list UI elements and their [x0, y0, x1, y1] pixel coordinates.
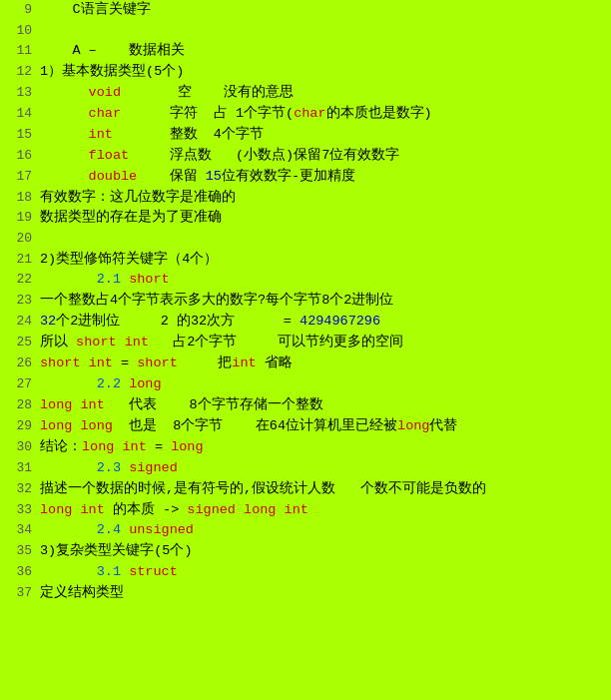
code-line: 22 2.1 short: [0, 270, 611, 291]
code-line: 9 C语言关键字: [0, 0, 611, 21]
line-number: 29: [4, 416, 32, 436]
line-number: 36: [4, 562, 32, 582]
line-number: 12: [4, 62, 32, 82]
line-content: long long 也是 8个字节 在64位计算机里已经被long代替: [40, 416, 607, 437]
line-number: 31: [4, 458, 32, 478]
code-line: 23一个整数占4个字节表示多大的数字?每个字节8个2进制位: [0, 291, 611, 312]
line-number: 11: [4, 41, 32, 61]
code-line: 13 void 空 没有的意思: [0, 83, 611, 104]
code-line: 32描述一个数据的时候,是有符号的,假设统计人数 个数不可能是负数的: [0, 479, 611, 500]
line-content: 有效数字：这几位数字是准确的: [40, 188, 607, 209]
code-line: 11 A – 数据相关: [0, 41, 611, 62]
line-number: 21: [4, 250, 32, 270]
code-line: 18有效数字：这几位数字是准确的: [0, 188, 611, 209]
line-number: 28: [4, 395, 32, 415]
code-line: 2432个2进制位 2 的32次方 = 4294967296: [0, 312, 611, 333]
line-content: 定义结构类型: [40, 583, 607, 604]
code-line: 25所以 short int 占2个字节 可以节约更多的空间: [0, 333, 611, 353]
line-content: 所以 short int 占2个字节 可以节约更多的空间: [40, 333, 607, 353]
code-line: 121）基本数据类型(5个): [0, 62, 611, 83]
line-content: void 空 没有的意思: [40, 83, 607, 104]
line-number: 27: [4, 374, 32, 394]
line-content: 1）基本数据类型(5个): [40, 62, 607, 83]
line-content: int 整数 4个字节: [40, 125, 607, 146]
code-line: 33long int 的本质 -> signed long int: [0, 500, 611, 521]
line-content: long int 代表 8个字节存储一个整数: [40, 395, 607, 416]
code-line: 34 2.4 unsigned: [0, 520, 611, 541]
line-number: 30: [4, 437, 32, 457]
line-content: double 保留 15位有效数字-更加精度: [40, 167, 607, 188]
line-number: 20: [4, 229, 32, 249]
line-content: C语言关键字: [40, 0, 607, 21]
line-number: 18: [4, 188, 32, 208]
line-content: 数据类型的存在是为了更准确: [40, 208, 607, 229]
code-line: 26short int = short 把int 省略: [0, 353, 611, 374]
line-content: float 浮点数 (小数点)保留7位有效数字: [40, 146, 607, 167]
code-line: 36 3.1 struct: [0, 562, 611, 583]
line-content: 32个2进制位 2 的32次方 = 4294967296: [40, 312, 607, 333]
code-line: 28long int 代表 8个字节存储一个整数: [0, 395, 611, 416]
code-line: 14 char 字符 占 1个字节(char的本质也是数字): [0, 104, 611, 125]
code-line: 27 2.2 long: [0, 374, 611, 395]
code-line: 20: [0, 229, 611, 249]
code-line: 19数据类型的存在是为了更准确: [0, 208, 611, 229]
line-content: A – 数据相关: [40, 41, 607, 62]
code-line: 37定义结构类型: [0, 583, 611, 604]
line-content: char 字符 占 1个字节(char的本质也是数字): [40, 104, 607, 125]
code-line: 29long long 也是 8个字节 在64位计算机里已经被long代替: [0, 416, 611, 437]
line-number: 22: [4, 270, 32, 290]
line-number: 9: [4, 0, 32, 20]
line-number: 17: [4, 167, 32, 187]
line-content: 2)类型修饰符关键字（4个）: [40, 250, 607, 271]
line-number: 16: [4, 146, 32, 166]
line-number: 14: [4, 104, 32, 124]
line-number: 25: [4, 333, 32, 352]
code-line: 16 float 浮点数 (小数点)保留7位有效数字: [0, 146, 611, 167]
line-content: 结论：long int = long: [40, 437, 607, 458]
line-number: 32: [4, 479, 32, 499]
code-line: 17 double 保留 15位有效数字-更加精度: [0, 167, 611, 188]
line-number: 34: [4, 520, 32, 540]
line-content: 2.1 short: [40, 270, 607, 291]
line-number: 23: [4, 291, 32, 311]
line-number: 13: [4, 83, 32, 103]
line-content: long int 的本质 -> signed long int: [40, 500, 607, 521]
line-number: 26: [4, 353, 32, 373]
line-content: short int = short 把int 省略: [40, 353, 607, 374]
line-content: 2.2 long: [40, 374, 607, 395]
code-line: 10: [0, 21, 611, 41]
line-content: 3)复杂类型关键字(5个): [40, 541, 607, 562]
line-content: 2.3 signed: [40, 458, 607, 479]
line-number: 19: [4, 208, 32, 228]
line-number: 33: [4, 500, 32, 520]
line-content: 2.4 unsigned: [40, 520, 607, 541]
line-number: 15: [4, 125, 32, 145]
code-line: 212)类型修饰符关键字（4个）: [0, 250, 611, 271]
line-content: 描述一个数据的时候,是有符号的,假设统计人数 个数不可能是负数的: [40, 479, 607, 500]
code-view: 9 C语言关键字1011 A – 数据相关121）基本数据类型(5个)13 vo…: [0, 0, 611, 604]
line-number: 10: [4, 21, 32, 41]
line-content: 3.1 struct: [40, 562, 607, 583]
code-line: 31 2.3 signed: [0, 458, 611, 479]
code-line: 30结论：long int = long: [0, 437, 611, 458]
code-line: 353)复杂类型关键字(5个): [0, 541, 611, 562]
line-number: 37: [4, 583, 32, 603]
code-line: 15 int 整数 4个字节: [0, 125, 611, 146]
line-number: 24: [4, 312, 32, 332]
line-number: 35: [4, 541, 32, 561]
line-content: 一个整数占4个字节表示多大的数字?每个字节8个2进制位: [40, 291, 607, 312]
